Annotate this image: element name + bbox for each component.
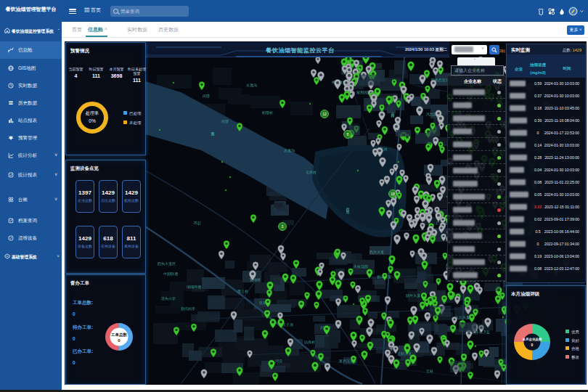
svg-text:0%: 0%: [89, 118, 96, 123]
svg-text:斛壁村: 斛壁村: [262, 110, 273, 115]
svg-text:文跃大道: 文跃大道: [397, 351, 412, 356]
svg-text:软件大厦: 软件大厦: [406, 293, 420, 298]
svg-text:0: 0: [531, 343, 534, 347]
svg-text:细细环通: 细细环通: [187, 285, 201, 290]
svg-text:关枝花园: 关枝花园: [354, 264, 368, 269]
svg-text:昂起: 昂起: [194, 221, 201, 226]
svg-text:3: 3: [282, 224, 284, 229]
svg-text:闲壁: 闲壁: [203, 94, 210, 99]
svg-text:墨上村: 墨上村: [237, 289, 248, 294]
svg-text:水逢沟: 水逢沟: [284, 148, 295, 153]
svg-text:西头大道区: 西头大道区: [158, 261, 176, 266]
svg-text:茶头小学: 茶头小学: [161, 296, 176, 301]
svg-text:宝枝: 宝枝: [426, 369, 433, 373]
svg-text:工单总数: 工单总数: [110, 332, 128, 338]
svg-text:12: 12: [322, 112, 327, 116]
svg-text:西兴大道: 西兴大道: [369, 250, 384, 255]
svg-text:处理率: 处理率: [85, 110, 99, 116]
svg-text:本月企业总数: 本月企业总数: [522, 337, 543, 342]
svg-text:以保村: 以保村: [304, 340, 315, 345]
svg-text:18: 18: [391, 192, 395, 196]
svg-text:河沿: 河沿: [275, 359, 282, 364]
svg-text:毛家村: 毛家村: [306, 170, 317, 175]
svg-text:新街岗亭: 新街岗亭: [181, 306, 195, 311]
svg-text:中国联通: 中国联通: [163, 271, 178, 277]
svg-text:3利: 3利: [499, 49, 505, 54]
svg-text:闲壁: 闲壁: [221, 119, 229, 124]
svg-text:久元大厦: 久元大厦: [455, 315, 470, 320]
svg-text:水逢沟: 水逢沟: [246, 83, 257, 88]
svg-text:6: 6: [347, 132, 349, 136]
